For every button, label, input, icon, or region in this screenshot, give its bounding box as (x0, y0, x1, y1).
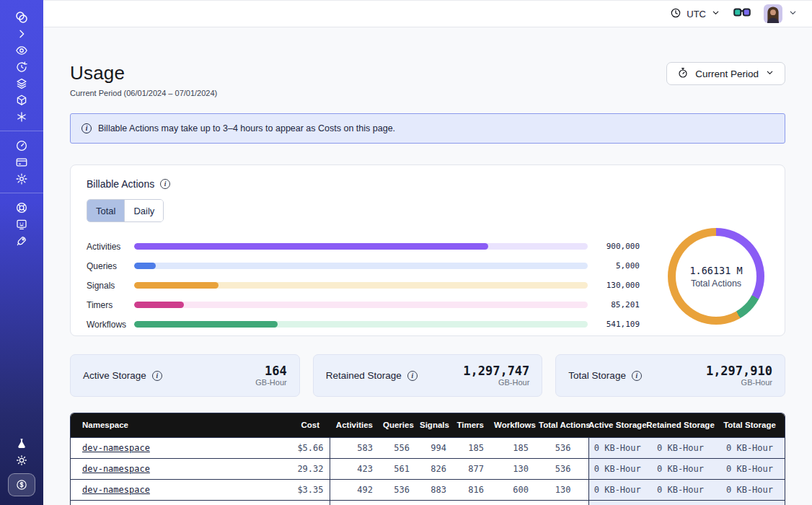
app-window: UTC Usage (0, 0, 812, 505)
table-cell: $3.35 (246, 479, 330, 500)
flask-icon (15, 437, 28, 450)
column-header-total-storage: Total Storage (715, 413, 785, 437)
info-icon[interactable]: i (632, 371, 642, 381)
table-cell (494, 500, 539, 505)
asterisk-icon (15, 110, 28, 123)
billable-actions-title: Billable Actions (87, 178, 154, 190)
table-cell: 0 KB-Hour (588, 437, 646, 458)
sidebar-item-deployments[interactable] (9, 94, 35, 107)
total-actions-value: 1.66131 M (689, 265, 742, 276)
temporal-logo-icon (14, 10, 29, 25)
namespace-link[interactable]: dev-namespace (82, 485, 150, 495)
table-body: dev-namespace$5.665835569941851855360 KB… (71, 437, 785, 505)
table-cell: 536 (539, 458, 588, 479)
bar-track (134, 282, 588, 289)
sidebar-item-schedules[interactable] (9, 61, 35, 74)
table-row: dev-namespace$3.354925368838166001300 KB… (71, 479, 785, 500)
sidebar-item-nexus[interactable] (9, 110, 35, 123)
table-cell: $5.66 (246, 437, 330, 458)
sidebar-item-batch-operations[interactable] (9, 77, 35, 90)
table-cell: 130 (539, 479, 588, 500)
timezone-label: UTC (687, 9, 706, 19)
retry-clock-icon (15, 61, 28, 74)
info-banner: i Billable Actions may take up to 3–4 ho… (70, 113, 785, 144)
main-area: UTC Usage (43, 0, 812, 505)
sidebar-item-namespaces[interactable] (9, 44, 35, 57)
namespace-cell: dev-namespace (71, 437, 246, 458)
table-cell (715, 500, 785, 505)
dollar-coin-icon (15, 478, 28, 491)
table-row (71, 500, 785, 505)
sidebar-item-theme-toggle[interactable] (9, 454, 35, 467)
sidebar-item-labs[interactable] (9, 437, 35, 450)
table-cell: 556 (383, 437, 420, 458)
gauge-icon (15, 139, 28, 152)
table-cell: 536 (383, 479, 420, 500)
bar-fill (134, 321, 278, 328)
table-cell: 0 KB-Hour (715, 458, 785, 479)
usage-page: Usage Current Period (06/01/2024 – 07/01… (43, 27, 812, 505)
table-cell: 185 (456, 437, 494, 458)
namespace-link[interactable]: dev-namespace (82, 443, 150, 453)
column-header-workflows: Workflows (494, 413, 539, 437)
active-storage-label: Active Storage (83, 370, 146, 381)
sidebar-divider (0, 131, 43, 131)
info-icon[interactable]: i (152, 371, 162, 381)
table-cell (330, 500, 383, 505)
bar-fill (134, 243, 488, 250)
banner-text: Billable Actions may take up to 3–4 hour… (98, 123, 395, 133)
eye-icon (15, 44, 28, 57)
bar-label: Signals (87, 281, 134, 291)
tab-daily[interactable]: Daily (124, 200, 163, 221)
bar-track (134, 302, 588, 308)
table-cell: 877 (456, 458, 494, 479)
page-head: Usage Current Period (06/01/2024 – 07/01… (70, 62, 785, 97)
tab-total[interactable]: Total (87, 200, 124, 221)
total-storage-label: Total Storage (568, 370, 626, 381)
usage-bars: Activities900,000Queries5,000Signals130,… (87, 237, 640, 334)
sidebar (0, 0, 43, 505)
sidebar-item-settings[interactable] (9, 172, 35, 185)
sidebar-item-expand[interactable] (9, 27, 35, 40)
namespace-link[interactable]: dev-namespace (82, 464, 150, 474)
column-header-timers: Timers (456, 413, 494, 437)
info-icon[interactable]: i (160, 179, 170, 189)
chevron-down-icon (765, 68, 775, 79)
sidebar-item-temporal-logo[interactable] (9, 11, 35, 24)
table-cell: 0 KB-Hour (715, 437, 785, 458)
info-icon[interactable]: i (407, 371, 418, 381)
timezone-selector[interactable]: UTC (670, 7, 720, 21)
bar-value: 541,109 (588, 320, 640, 329)
bar-label: Timers (87, 300, 134, 310)
chevron-down-icon (788, 7, 798, 20)
page-subtitle: Current Period (06/01/2024 – 07/01/2024) (70, 89, 217, 97)
column-header-activities: Activities (330, 413, 383, 437)
period-selector[interactable]: Current Period (666, 62, 785, 85)
cube-icon (15, 94, 28, 107)
topbar: UTC (43, 0, 812, 27)
bar-value: 5,000 (588, 261, 640, 271)
retained-storage-label: Retained Storage (326, 370, 402, 381)
namespace-cell: dev-namespace (71, 458, 246, 479)
sidebar-item-getting-started[interactable] (9, 234, 35, 247)
table-cell: 29.32 (246, 458, 330, 479)
account-menu[interactable] (764, 4, 798, 23)
sidebar-item-support[interactable] (9, 201, 35, 214)
sidebar-item-billing[interactable] (9, 156, 35, 169)
chevron-down-icon (711, 8, 720, 19)
glasses-button[interactable] (733, 7, 751, 20)
table-head: NamespaceCostActivitiesQueriesSignalsTim… (71, 413, 785, 437)
sidebar-item-cloud-spend[interactable] (8, 473, 35, 496)
table-cell (646, 500, 715, 505)
bar-track (134, 321, 588, 328)
table-cell (420, 500, 456, 505)
table-cell (588, 500, 646, 505)
sidebar-item-usage[interactable] (9, 139, 35, 152)
sidebar-item-cli[interactable] (9, 218, 35, 231)
info-icon: i (81, 123, 92, 133)
table-header-row: NamespaceCostActivitiesQueriesSignalsTim… (71, 413, 785, 437)
namespace-usage-table: NamespaceCostActivitiesQueriesSignalsTim… (71, 413, 785, 505)
stopwatch-icon (677, 67, 689, 81)
table-row: dev-namespace29.324235618268771305360 KB… (71, 458, 785, 479)
total-actions-donut: 1.66131 M Total Actions (668, 228, 764, 325)
